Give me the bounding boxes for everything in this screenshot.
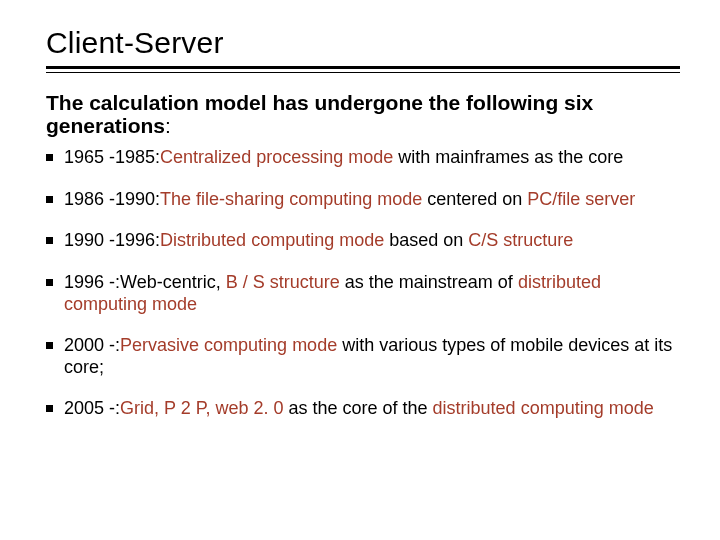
list-item: 1965 -1985:Centralized processing mode w… <box>46 147 680 169</box>
divider-thin <box>46 72 680 73</box>
list-item: 1996 -:Web-centric, B / S structure as t… <box>46 272 680 315</box>
item-text: as the mainstream of <box>340 272 518 292</box>
slide-title: Client-Server <box>46 26 680 60</box>
item-text: centered on <box>422 189 527 209</box>
item-range: 1996 -: <box>64 272 120 292</box>
item-range: 2005 -: <box>64 398 120 418</box>
intro-text: The calculation model has undergone the … <box>46 91 680 137</box>
generation-list: 1965 -1985:Centralized processing mode w… <box>46 147 680 420</box>
item-hl: distributed computing mode <box>433 398 654 418</box>
item-hl: C/S structure <box>468 230 573 250</box>
item-text: Web-centric, <box>120 272 226 292</box>
item-range: 1990 -1996: <box>64 230 160 250</box>
intro-main: The calculation model has undergone the … <box>46 91 593 137</box>
slide: Client-Server The calculation model has … <box>0 0 720 540</box>
intro-colon: : <box>165 114 171 137</box>
item-text: as the core of the <box>283 398 432 418</box>
item-text: core <box>588 147 623 167</box>
list-item: 1986 -1990:The file-sharing computing mo… <box>46 189 680 211</box>
item-hl: Centralized processing mode <box>160 147 393 167</box>
item-hl: Grid, P 2 P, web 2. 0 <box>120 398 283 418</box>
item-hl: The file-sharing computing mode <box>160 189 422 209</box>
divider-thick <box>46 66 680 69</box>
item-range: 1986 -1990: <box>64 189 160 209</box>
item-hl: Distributed computing mode <box>160 230 384 250</box>
item-hl: PC/file server <box>527 189 635 209</box>
item-range: 1965 -1985: <box>64 147 160 167</box>
item-range: 2000 -: <box>64 335 120 355</box>
list-item: 1990 -1996:Distributed computing mode ba… <box>46 230 680 252</box>
item-text: based on <box>384 230 468 250</box>
item-hl: Pervasive computing mode <box>120 335 337 355</box>
list-item: 2000 -:Pervasive computing mode with var… <box>46 335 680 378</box>
item-hl: B / S structure <box>226 272 340 292</box>
list-item: 2005 -:Grid, P 2 P, web 2. 0 as the core… <box>46 398 680 420</box>
item-text: with mainframes as the <box>393 147 588 167</box>
